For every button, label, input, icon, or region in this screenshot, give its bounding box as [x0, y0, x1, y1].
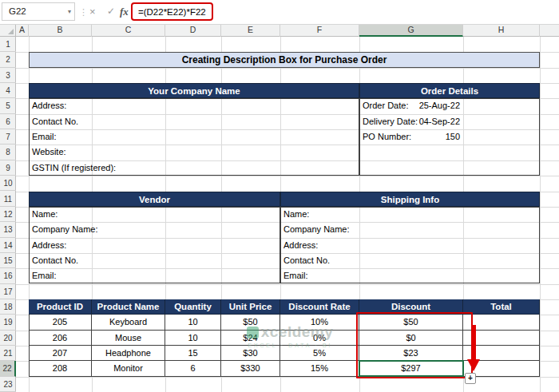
- gridline: [16, 377, 559, 378]
- order-detail-value-cell[interactable]: 04-Sep-22: [359, 114, 460, 129]
- excel-window: G22 ▾ ⋮ × ✓ fx =(D22*E22)*F22 Creating D…: [0, 0, 559, 392]
- row-header-15[interactable]: 15: [0, 253, 16, 268]
- product-cell[interactable]: Mouse: [92, 331, 165, 346]
- row-header-7[interactable]: 7: [0, 129, 16, 145]
- splitter-icon: ⋮: [79, 0, 88, 24]
- product-col-header: Total: [463, 299, 540, 315]
- vendor-field-cell[interactable]: Email:: [32, 268, 57, 283]
- row-header-16[interactable]: 16: [0, 268, 16, 283]
- product-cell[interactable]: 206: [29, 331, 92, 346]
- formula-input[interactable]: =(D22*E22)*F22: [138, 7, 206, 17]
- enter-icon[interactable]: ✓: [107, 0, 115, 23]
- product-cell[interactable]: 5%: [280, 346, 359, 361]
- product-col-header: Discount Rate: [280, 299, 359, 315]
- column-header-C[interactable]: C: [92, 24, 165, 37]
- shipping-info-box: [280, 207, 540, 284]
- cancel-icon[interactable]: ×: [89, 0, 96, 23]
- company-field-cell[interactable]: Website:: [32, 145, 66, 160]
- product-cell[interactable]: Keyboard: [92, 315, 165, 330]
- select-all-triangle-icon: [8, 29, 14, 34]
- row-header-1[interactable]: 1: [0, 37, 16, 52]
- row-header-14[interactable]: 14: [0, 238, 16, 253]
- product-cell[interactable]: 10: [165, 315, 221, 330]
- column-header-H[interactable]: H: [463, 24, 540, 37]
- product-cell[interactable]: $30: [221, 346, 280, 361]
- vendor-section-header[interactable]: Vendor: [29, 192, 280, 207]
- row-header-6[interactable]: 6: [0, 114, 16, 129]
- vendor-field-cell[interactable]: Company Name:: [32, 222, 98, 237]
- row-header-12[interactable]: 12: [0, 207, 16, 222]
- company-field-cell[interactable]: GSTIN (If registered):: [32, 160, 116, 176]
- company-field-cell[interactable]: Contact No.: [32, 114, 78, 129]
- row-header-4[interactable]: 4: [0, 83, 16, 98]
- red-arrow-head-icon: [467, 359, 480, 371]
- vendor-field-cell[interactable]: Address:: [32, 238, 66, 253]
- product-cell[interactable]: 15: [165, 346, 221, 361]
- order-detail-value-cell[interactable]: 25-Aug-22: [359, 98, 460, 113]
- product-cell[interactable]: $24: [221, 331, 280, 346]
- title-cell[interactable]: Creating Description Box for Purchase Or…: [29, 52, 540, 67]
- product-col-header: Quantity: [165, 299, 221, 315]
- shipping-field-cell[interactable]: Email:: [283, 268, 308, 283]
- shipping-field-cell[interactable]: Company Name:: [283, 222, 350, 237]
- formula-annotation-red-box: =(D22*E22)*F22: [131, 2, 213, 21]
- product-cell[interactable]: 0%: [280, 331, 359, 346]
- fill-handle-icon[interactable]: +: [465, 373, 476, 384]
- row-header-8[interactable]: 8: [0, 145, 16, 160]
- product-cell[interactable]: 15%: [280, 361, 359, 376]
- discount-annotation-red-box: [356, 312, 473, 378]
- shipping-section-header[interactable]: Shipping Info: [280, 192, 540, 207]
- company-field-cell[interactable]: Email:: [32, 129, 57, 145]
- row-header-3[interactable]: 3: [0, 68, 16, 83]
- column-header-B[interactable]: B: [29, 24, 92, 37]
- product-cell[interactable]: Monitor: [92, 361, 165, 376]
- company-section-header[interactable]: Your Company Name: [29, 83, 359, 98]
- row-header-13[interactable]: 13: [0, 222, 16, 237]
- column-header-F[interactable]: F: [280, 24, 359, 37]
- gridline: [540, 37, 541, 392]
- order-details-section-header[interactable]: Order Details: [359, 83, 540, 98]
- red-arrow: [472, 325, 476, 360]
- insert-function-icon[interactable]: fx: [120, 0, 129, 23]
- column-header-D[interactable]: D: [165, 24, 221, 37]
- row-header-17[interactable]: 17: [0, 284, 16, 299]
- row-header-9[interactable]: 9: [0, 160, 16, 176]
- column-header-G[interactable]: G: [359, 24, 463, 37]
- vendor-field-cell[interactable]: Name:: [32, 207, 57, 222]
- select-all-button[interactable]: [0, 24, 16, 37]
- name-box-value: G22: [9, 3, 26, 20]
- product-cell[interactable]: 208: [29, 361, 92, 376]
- row-header-2[interactable]: 2: [0, 52, 16, 67]
- product-cell[interactable]: 6: [165, 361, 221, 376]
- row-header-5[interactable]: 5: [0, 98, 16, 113]
- product-cell[interactable]: $330: [221, 361, 280, 376]
- row-header-18[interactable]: 18: [0, 299, 16, 315]
- product-cell[interactable]: 10%: [280, 315, 359, 330]
- product-col-header: Product Name: [92, 299, 165, 315]
- product-col-header: Unit Price: [221, 299, 280, 315]
- row-header-22[interactable]: 22: [0, 361, 16, 376]
- column-header-E[interactable]: E: [221, 24, 280, 37]
- column-header-A[interactable]: A: [16, 24, 29, 37]
- row-header-23[interactable]: 23: [0, 377, 16, 392]
- company-field-cell[interactable]: Address:: [32, 98, 66, 113]
- product-cell[interactable]: 10: [165, 331, 221, 346]
- shipping-field-cell[interactable]: Address:: [283, 238, 318, 253]
- product-cell[interactable]: 205: [29, 315, 92, 330]
- product-cell[interactable]: Headphone: [92, 346, 165, 361]
- row-header-10[interactable]: 10: [0, 176, 16, 191]
- shipping-field-cell[interactable]: Contact No.: [283, 253, 330, 268]
- chevron-down-icon[interactable]: ▾: [68, 3, 71, 20]
- shipping-field-cell[interactable]: Name:: [283, 207, 309, 222]
- row-header-19[interactable]: 19: [0, 315, 16, 330]
- row-header-21[interactable]: 21: [0, 346, 16, 361]
- row-header-20[interactable]: 20: [0, 331, 16, 346]
- product-cell[interactable]: $50: [221, 315, 280, 330]
- product-cell[interactable]: 207: [29, 346, 92, 361]
- gridline: [16, 284, 559, 285]
- name-box[interactable]: G22 ▾: [2, 2, 75, 21]
- order-detail-value-cell[interactable]: 150: [359, 129, 460, 145]
- vendor-field-cell[interactable]: Contact No.: [32, 253, 78, 268]
- gridline: [16, 176, 559, 176]
- row-header-11[interactable]: 11: [0, 192, 16, 207]
